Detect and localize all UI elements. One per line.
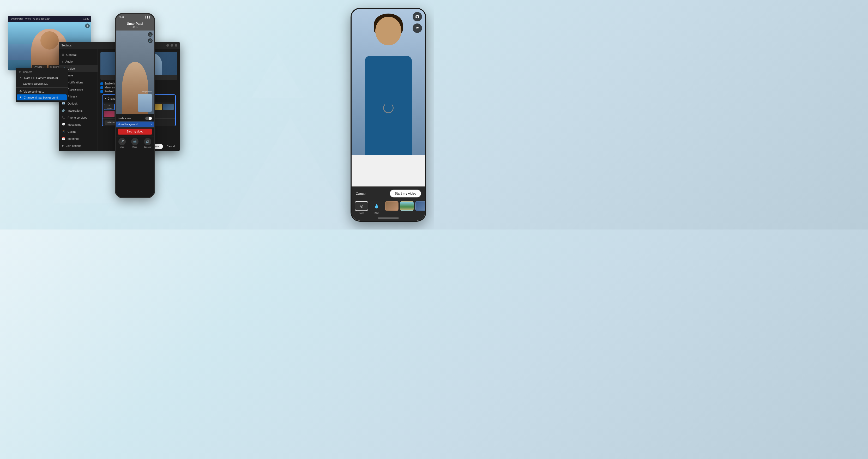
call-header: Umar Patel 00:12 — [116, 20, 154, 31]
close-button[interactable] — [175, 44, 177, 47]
phone-controls-panel: Dual camera Virtual background › Stop my… — [116, 114, 154, 136]
dual-camera-toggle[interactable] — [145, 117, 152, 120]
bg-sel-blur-item[interactable]: 💧 Blur — [370, 201, 383, 214]
connection-line — [65, 141, 117, 141]
camera-icon: □ — [19, 71, 21, 73]
bg-room-thumb — [385, 201, 399, 211]
menu-divider — [16, 87, 68, 88]
phone-small-screen: 9:41 ▌▌▌ Umar Patel 00:12 📷 🔊 My preview… — [116, 14, 154, 197]
vbg-bg-mountain2[interactable] — [104, 111, 115, 117]
dual-camera-label: Dual camera — [118, 117, 131, 120]
bg-beach-thumb — [400, 201, 414, 211]
hardware-accel-checkbox[interactable] — [100, 83, 103, 85]
bg-sel-none-item[interactable]: ⊘ None — [355, 201, 368, 214]
vbg-bg-mountain[interactable] — [163, 104, 174, 110]
join-options-icon: ▶ — [62, 144, 64, 147]
call-duration: 00:12 — [116, 26, 154, 28]
status-bar: 9:41 ▌▌▌ — [116, 14, 154, 20]
desktop-section: Umar Patel Work · +1 555 888 1234 12:40 … — [8, 16, 185, 214]
enable-hd-checkbox[interactable] — [100, 90, 103, 93]
virtual-bg-row[interactable]: Virtual background › — [116, 122, 154, 127]
person-head — [40, 31, 59, 50]
nav-general[interactable]: ⊞ General — [59, 51, 97, 58]
camera-option-builtin[interactable]: Rare HD Camera (Built-in) — [16, 75, 68, 81]
messaging-icon: 💬 — [62, 123, 65, 126]
mirror-video-checkbox[interactable] — [100, 86, 103, 89]
video-control[interactable]: 📹 Video — [131, 138, 138, 148]
phone-camera-icon[interactable]: 📷 — [148, 32, 153, 37]
nav-join-options[interactable]: ▶ Join options — [59, 142, 97, 149]
nav-calling[interactable]: 📱 Calling — [59, 128, 97, 135]
person-face — [375, 17, 401, 45]
bg-shape-4 — [251, 52, 304, 98]
nav-phone-services[interactable]: 📞 Phone services — [59, 114, 97, 121]
bg-sel-room-item[interactable] — [385, 201, 399, 214]
mute-control[interactable]: 🎤 Mute — [118, 138, 126, 148]
call-time: 12:40 — [83, 18, 89, 20]
settings-title: Settings — [61, 44, 72, 47]
phone-video-area: 📷 🔊 My preview — [116, 31, 154, 114]
camera-switch-button[interactable] — [413, 12, 422, 21]
dual-camera-row: Dual camera — [118, 116, 152, 122]
phone-services-icon: 📞 — [62, 116, 65, 119]
home-indicator — [378, 217, 399, 218]
maximize-button[interactable] — [170, 44, 173, 47]
wand-icon: ✦ — [19, 96, 22, 99]
cancel-start-row: Cancel Start my video — [351, 186, 425, 200]
calling-icon: 📱 — [62, 130, 65, 133]
vbg-chevron-icon[interactable]: ⌄ — [170, 96, 173, 101]
speaker-control[interactable]: 🔊 Speaker — [144, 138, 152, 148]
virtual-bg-arrow: › — [151, 123, 152, 126]
nav-audio[interactable]: ♪ Audio — [59, 58, 97, 65]
preview-label: My preview — [143, 88, 152, 93]
stop-video-button[interactable]: Stop my video — [118, 129, 152, 134]
large-phone-bottom: Cancel Start my video ⊘ None 💧 — [351, 186, 425, 221]
none-icon: ⊘ — [108, 104, 110, 107]
caller-name: Umar Patel — [11, 18, 23, 20]
change-virtual-bg-option[interactable]: ✦ Change virtual background — [17, 94, 67, 100]
expand-button[interactable]: ⊞ — [85, 24, 90, 28]
phone-bottom-controls: 🎤 Mute 📹 Video 🔊 Speaker — [116, 136, 154, 149]
video-settings-option[interactable]: ⚙ Video settings... — [16, 88, 68, 94]
nav-devices[interactable]: 💻 Devices — [59, 149, 97, 151]
outlook-icon: 📧 — [62, 102, 65, 105]
cancel-button[interactable]: Cancel — [164, 144, 177, 149]
large-phone-top-buttons — [413, 12, 422, 33]
bg-sel-more-item[interactable] — [415, 201, 425, 214]
devices-icon: 💻 — [62, 151, 65, 151]
none-circle-icon: ⊘ — [360, 204, 363, 209]
vbg-close-icon[interactable]: ✕ — [104, 97, 107, 100]
meetings-icon: 📅 — [62, 137, 65, 140]
video-icon: 📹 — [131, 138, 138, 145]
phone-large: Cancel Start my video ⊘ None 💧 — [350, 8, 426, 222]
start-video-button[interactable]: Start my video — [390, 190, 421, 197]
bg-blur-thumb: 💧 — [370, 201, 383, 211]
phone-small: 9:41 ▌▌▌ Umar Patel 00:12 📷 🔊 My preview… — [115, 13, 155, 198]
caller-phone: Work · +1 555 888 1234 — [25, 18, 50, 20]
blur-drop-icon: 💧 — [374, 204, 379, 209]
phone-sound-icon[interactable]: 🔊 — [148, 38, 153, 43]
nav-messaging[interactable]: 💬 Messaging — [59, 121, 97, 128]
minimize-button[interactable] — [166, 44, 169, 47]
stethoscope-icon — [383, 103, 394, 113]
camera-option-230[interactable]: Camera Device 230 — [16, 81, 68, 87]
large-phone-video — [351, 9, 425, 155]
cancel-button-large[interactable]: Cancel — [356, 192, 366, 195]
preview-person-thumb — [138, 94, 152, 112]
nav-integrations[interactable]: 🔗 Integrations — [59, 107, 97, 114]
vbg-none-item[interactable]: ⊘ None — [104, 104, 115, 110]
window-buttons — [166, 44, 177, 47]
toggle-knob — [149, 117, 152, 120]
status-icons: ▌▌▌ — [146, 16, 151, 18]
bg-sel-beach-item[interactable] — [400, 201, 414, 214]
camera-menu-header: □ Camera — [16, 69, 68, 75]
general-icon: ⊞ — [62, 53, 64, 56]
caller-name: Umar Patel — [116, 22, 154, 26]
speaker-icon: 🔊 — [144, 138, 151, 145]
self-preview — [138, 94, 152, 112]
bg-none-thumb: ⊘ — [355, 201, 368, 211]
camera-menu: □ Camera Rare HD Camera (Built-in) Camer… — [16, 68, 68, 102]
effects-button[interactable] — [413, 24, 422, 33]
bg-more-thumb — [415, 201, 425, 211]
virtual-bg-label: Virtual background — [118, 123, 137, 126]
